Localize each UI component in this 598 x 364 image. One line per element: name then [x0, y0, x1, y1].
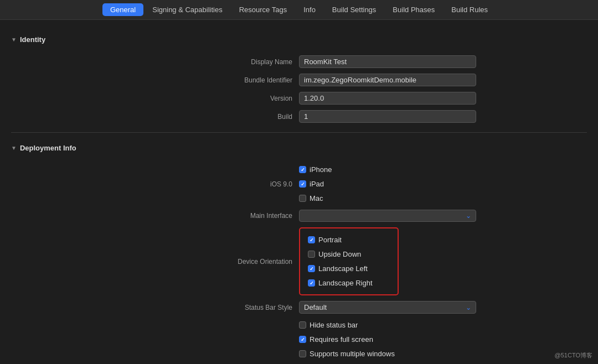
main-interface-label: Main Interface	[11, 212, 299, 220]
landscape-left-checkbox[interactable]	[308, 265, 315, 272]
bundle-id-label: Bundle Identifier	[11, 76, 299, 84]
identity-section-header[interactable]: ▼ Identity	[0, 31, 598, 48]
upside-down-checkbox[interactable]	[308, 251, 315, 258]
mac-label: Mac	[310, 194, 323, 202]
ios-version-row: iOS 9.0 iPhone iPad Mac	[0, 161, 598, 207]
landscape-right-row: Landscape Right	[308, 277, 390, 289]
portrait-checkbox[interactable]	[308, 236, 315, 243]
requires-fullscreen-checkbox-row: Requires full screen	[299, 334, 395, 345]
requires-fullscreen-label: Requires full screen	[310, 335, 373, 344]
status-bar-style-value: Default	[304, 303, 327, 311]
requires-fullscreen-checkbox[interactable]	[299, 336, 306, 343]
main-content: ▼ Identity Display Name Bundle Identifie…	[0, 20, 598, 362]
deployment-section-header[interactable]: ▼ Deployment Info	[0, 139, 598, 157]
tab-signing[interactable]: Signing & Capabilities	[145, 3, 230, 16]
build-input[interactable]	[299, 110, 476, 123]
hide-status-checkbox-row: Hide status bar	[299, 319, 395, 331]
landscape-right-checkbox[interactable]	[308, 279, 315, 287]
status-bar-style-row: Status Bar Style Default ⌄	[0, 298, 598, 316]
version-input[interactable]	[299, 92, 476, 105]
ipad-label: iPad	[310, 180, 324, 188]
tab-build-phases[interactable]: Build Phases	[385, 3, 442, 16]
iphone-label: iPhone	[310, 165, 332, 174]
iphone-row: iPhone	[299, 164, 332, 175]
main-interface-arrow: ⌄	[466, 212, 471, 220]
hide-status-bar-row: Hide status bar Requires full screen Sup…	[0, 316, 598, 362]
watermark: @51CTO博客	[555, 351, 592, 360]
tab-resource-tags[interactable]: Resource Tags	[231, 3, 295, 16]
landscape-left-row: Landscape Left	[308, 263, 390, 274]
display-name-label: Display Name	[11, 58, 299, 66]
status-bar-style-dropdown[interactable]: Default ⌄	[299, 301, 476, 314]
deployment-chevron: ▼	[11, 145, 17, 151]
display-name-input[interactable]	[299, 55, 476, 68]
upside-down-label: Upside Down	[318, 250, 361, 258]
device-orientation-row: Device Orientation Portrait Upside Down …	[0, 225, 598, 298]
landscape-right-label: Landscape Right	[318, 279, 373, 287]
iphone-checkbox[interactable]	[299, 166, 306, 173]
build-row: Build	[0, 107, 598, 126]
orientation-box: Portrait Upside Down Landscape Left Land…	[299, 227, 399, 295]
tab-build-settings[interactable]: Build Settings	[324, 3, 384, 16]
bundle-id-input[interactable]	[299, 74, 476, 86]
portrait-label: Portrait	[318, 236, 342, 244]
deployment-title: Deployment Info	[20, 144, 76, 152]
version-label: Version	[11, 95, 299, 102]
tab-info[interactable]: Info	[296, 3, 323, 16]
ipad-row: iPad	[299, 178, 332, 190]
status-bar-style-label: Status Bar Style	[11, 304, 299, 311]
build-label: Build	[11, 113, 299, 121]
mac-row: Mac	[299, 193, 332, 204]
tab-bar: General Signing & Capabilities Resource …	[0, 0, 598, 20]
separator-1	[11, 132, 587, 133]
identity-title: Identity	[20, 35, 45, 44]
main-interface-dropdown[interactable]: ⌄	[299, 210, 476, 222]
bundle-id-row: Bundle Identifier	[0, 71, 598, 89]
ipad-checkbox[interactable]	[299, 180, 306, 188]
extra-checkboxes: Hide status bar Requires full screen Sup…	[299, 319, 395, 360]
hide-status-label: Hide status bar	[310, 321, 358, 329]
supports-multiwindow-checkbox-row: Supports multiple windows	[299, 348, 395, 360]
supports-multiwindow-checkbox[interactable]	[299, 350, 306, 357]
main-interface-row: Main Interface ⌄	[0, 207, 598, 225]
status-bar-style-arrow: ⌄	[466, 304, 471, 311]
orientation-checkboxes: Portrait Upside Down Landscape Left Land…	[308, 234, 390, 289]
version-row: Version	[0, 89, 598, 107]
tab-general[interactable]: General	[102, 3, 143, 16]
hide-status-checkbox[interactable]	[299, 321, 306, 329]
device-orientation-label: Device Orientation	[11, 258, 299, 266]
identity-chevron: ▼	[11, 37, 17, 43]
upside-down-row: Upside Down	[308, 248, 390, 260]
portrait-row: Portrait	[308, 234, 390, 246]
mac-checkbox[interactable]	[299, 195, 306, 202]
tab-build-rules[interactable]: Build Rules	[444, 3, 496, 16]
display-name-row: Display Name	[0, 53, 598, 71]
supports-multiwindow-label: Supports multiple windows	[310, 350, 395, 358]
ios-version-label: iOS 9.0	[11, 180, 299, 188]
landscape-left-label: Landscape Left	[318, 264, 368, 273]
